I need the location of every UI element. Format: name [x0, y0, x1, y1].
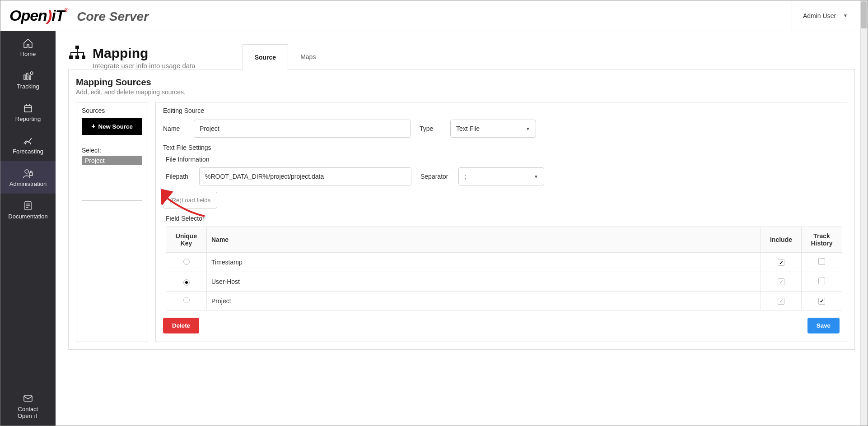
sources-box: Sources + New Source Select: Project	[76, 102, 148, 342]
type-value: Text File	[456, 125, 480, 132]
field-name: Timestamp	[207, 253, 761, 272]
separator-select[interactable]: ; ▼	[458, 167, 544, 185]
caret-down-icon: ▼	[526, 126, 530, 131]
app-name: Core Server	[77, 9, 149, 24]
separator-label: Separator	[420, 173, 452, 180]
sidebar-item-label: Tracking	[17, 83, 39, 90]
new-source-button[interactable]: + New Source	[82, 118, 142, 135]
filepath-label: Filepath	[166, 173, 193, 180]
sidebar: Home Tracking Reporting Forecasting Admi…	[0, 31, 56, 426]
separator-value: ;	[464, 173, 466, 180]
table-row: User-Host	[166, 272, 842, 292]
col-track-history: Track History	[802, 227, 842, 253]
caret-down-icon: ▼	[843, 13, 848, 18]
delete-button[interactable]: Delete	[163, 318, 199, 333]
field-name: User-Host	[207, 272, 761, 292]
tabs: Source Maps	[243, 44, 328, 69]
sidebar-item-label: Home	[20, 51, 36, 57]
filepath-input[interactable]	[199, 167, 411, 185]
reporting-icon	[22, 103, 34, 114]
topbar: Open)iT® Core Server Admin User ▼	[0, 0, 868, 31]
panel-subtitle: Add, edit, and delete mapping sources.	[76, 88, 847, 96]
sidebar-item-reporting[interactable]: Reporting	[0, 96, 56, 129]
reload-fields-button[interactable]: (Re)Load fields	[163, 192, 217, 208]
user-name: Admin User	[803, 12, 836, 19]
scrollbar-thumb[interactable]	[861, 1, 867, 28]
page-subtitle: Integrate user info into usage data	[93, 62, 196, 69]
mail-icon	[22, 393, 34, 404]
svg-rect-0	[24, 75, 25, 79]
contact-line1: Contact	[18, 406, 38, 412]
save-button[interactable]: Save	[807, 318, 840, 333]
page-title: Mapping	[93, 46, 196, 61]
field-name: Project	[207, 292, 761, 310]
type-label: Type	[420, 125, 444, 132]
svg-point-3	[30, 72, 33, 74]
sidebar-item-forecasting[interactable]: Forecasting	[0, 129, 56, 161]
field-selector-header: Field Selector	[166, 215, 840, 222]
sidebar-item-label: Forecasting	[13, 148, 43, 155]
svg-rect-9	[75, 46, 79, 49]
caret-down-icon: ▼	[534, 174, 538, 179]
editing-source-title: Editing Source	[163, 107, 840, 114]
include-checkbox	[778, 298, 784, 305]
track-history-checkbox[interactable]	[818, 298, 825, 305]
svg-rect-1	[27, 73, 28, 79]
col-name: Name	[207, 227, 761, 253]
tab-source[interactable]: Source	[243, 44, 288, 70]
main-content: Mapping Integrate user info into usage d…	[56, 31, 868, 426]
track-history-checkbox[interactable]	[818, 278, 825, 284]
user-menu[interactable]: Admin User ▼	[792, 0, 859, 31]
unique-key-radio[interactable]	[183, 279, 190, 286]
select-label: Select:	[82, 147, 142, 154]
tab-maps[interactable]: Maps	[288, 44, 328, 69]
openit-logo: Open)iT®	[9, 7, 68, 24]
sidebar-item-tracking[interactable]: Tracking	[0, 64, 56, 96]
brand-logo: Open)iT® Core Server	[9, 7, 149, 24]
unique-key-radio[interactable]	[183, 259, 190, 265]
svg-rect-6	[29, 173, 33, 176]
fileinfo-header: File Information	[166, 156, 840, 163]
sidebar-item-documentation[interactable]: Documentation	[0, 194, 56, 226]
sources-title: Sources	[82, 107, 142, 114]
svg-rect-2	[29, 76, 31, 79]
name-label: Name	[163, 125, 187, 132]
table-row: Timestamp	[166, 253, 842, 272]
mapping-icon	[68, 46, 86, 62]
sidebar-item-home[interactable]: Home	[0, 31, 56, 64]
plus-icon: +	[91, 122, 95, 130]
name-input[interactable]	[194, 120, 411, 138]
table-row: Project	[166, 292, 842, 310]
col-include: Include	[761, 227, 802, 253]
forecasting-icon	[22, 135, 34, 146]
sources-list[interactable]: Project	[82, 156, 142, 201]
scrollbar[interactable]	[860, 0, 868, 426]
svg-rect-12	[82, 56, 85, 59]
sidebar-item-administration[interactable]: Administration	[0, 161, 56, 194]
sidebar-item-label: Reporting	[15, 116, 41, 122]
unique-key-radio[interactable]	[183, 297, 190, 303]
textfile-settings-header: Text File Settings	[163, 144, 840, 151]
mapping-sources-panel: Mapping Sources Add, edit, and delete ma…	[68, 69, 855, 350]
svg-rect-10	[69, 56, 73, 59]
contact-line2: Open iT	[18, 412, 38, 419]
svg-rect-8	[24, 396, 32, 401]
administration-icon	[22, 168, 34, 179]
editing-source-box: Editing Source Name Type Text File ▼ Tex…	[155, 102, 847, 342]
col-unique-key: Unique Key	[166, 227, 207, 253]
documentation-icon	[22, 200, 34, 211]
sidebar-item-label: Documentation	[8, 213, 47, 220]
tracking-icon	[22, 70, 34, 81]
svg-rect-4	[24, 106, 32, 112]
include-checkbox[interactable]	[778, 259, 784, 266]
track-history-checkbox[interactable]	[818, 258, 825, 265]
field-selector-table: Unique Key Name Include Track History Ti…	[166, 227, 842, 310]
include-checkbox	[778, 278, 784, 285]
svg-point-5	[25, 170, 28, 173]
svg-rect-11	[75, 56, 79, 59]
source-item-project[interactable]: Project	[82, 156, 142, 165]
sidebar-item-contact[interactable]: Contact Open iT	[0, 393, 56, 426]
type-select[interactable]: Text File ▼	[450, 120, 536, 138]
home-icon	[22, 38, 34, 49]
sidebar-item-label: Administration	[9, 181, 47, 187]
